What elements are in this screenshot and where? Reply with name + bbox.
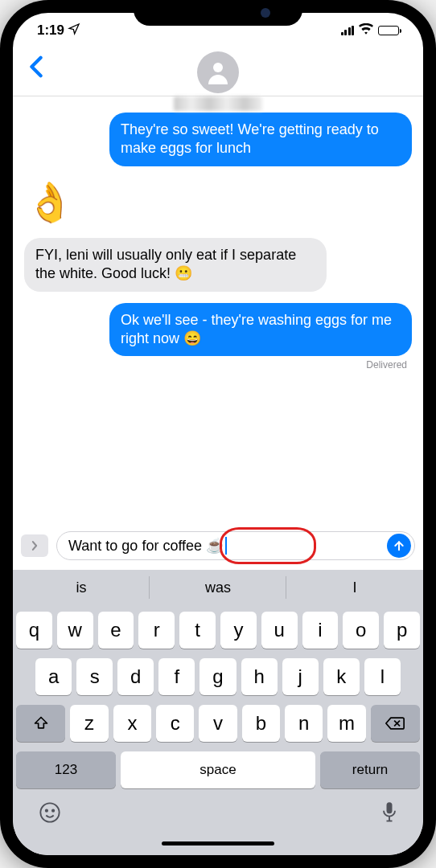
- backspace-key[interactable]: [371, 705, 420, 742]
- key-k[interactable]: k: [323, 658, 360, 695]
- notch: [134, 0, 302, 26]
- keyboard-row-4: 123 space return: [16, 751, 420, 788]
- svg-rect-7: [387, 802, 393, 813]
- dictation-button[interactable]: [381, 801, 397, 827]
- key-y[interactable]: y: [220, 612, 257, 649]
- avatar: [197, 51, 239, 93]
- emoji-keyboard-button[interactable]: [39, 801, 61, 827]
- screen: 1:19: [13, 13, 423, 855]
- key-e[interactable]: e: [98, 612, 134, 649]
- cell-signal-icon: [341, 26, 355, 35]
- keyboard-row-2: a s d f g h j k l: [16, 658, 420, 695]
- message-input[interactable]: Want to go for coffee ☕️: [56, 531, 415, 560]
- predictive-suggestion[interactable]: I: [286, 570, 423, 605]
- keyboard-bottom-row: [16, 798, 420, 827]
- status-time: 1:19: [37, 23, 64, 39]
- keyboard-row-3: z x c v b n m: [16, 705, 420, 742]
- chat-header: [13, 48, 423, 96]
- key-a[interactable]: a: [35, 658, 72, 695]
- shift-key[interactable]: [16, 705, 65, 742]
- key-c[interactable]: c: [156, 705, 194, 742]
- key-x[interactable]: x: [113, 705, 151, 742]
- message-received[interactable]: FYI, leni will usually only eat if I sep…: [24, 238, 327, 292]
- home-indicator[interactable]: [162, 841, 274, 845]
- key-r[interactable]: r: [138, 612, 175, 649]
- message-input-row: Want to go for coffee ☕️: [13, 525, 423, 570]
- key-f[interactable]: f: [158, 658, 195, 695]
- message-list[interactable]: They're so sweet! We're getting ready to…: [13, 96, 423, 525]
- keyboard-row-1: q w e r t y u i o p: [16, 612, 420, 649]
- svg-point-4: [40, 803, 59, 821]
- text-cursor: [225, 537, 227, 555]
- contact-info[interactable]: [174, 51, 262, 111]
- message-received-emoji[interactable]: 👌: [24, 178, 76, 227]
- key-g[interactable]: g: [199, 658, 236, 695]
- key-z[interactable]: z: [70, 705, 108, 742]
- key-t[interactable]: t: [179, 612, 216, 649]
- back-button[interactable]: [23, 51, 50, 88]
- key-d[interactable]: d: [117, 658, 154, 695]
- wifi-icon: [359, 23, 373, 39]
- space-key[interactable]: space: [121, 751, 315, 788]
- key-l[interactable]: l: [364, 658, 401, 695]
- predictive-suggestion[interactable]: is: [13, 570, 150, 605]
- key-p[interactable]: p: [384, 612, 420, 649]
- key-b[interactable]: b: [242, 705, 280, 742]
- key-v[interactable]: v: [199, 705, 237, 742]
- key-m[interactable]: m: [327, 705, 365, 742]
- svg-point-6: [52, 810, 54, 812]
- predictive-suggestion[interactable]: was: [150, 570, 286, 605]
- delivered-label: Delivered: [366, 359, 412, 371]
- tutorial-highlight-circle: [220, 527, 316, 564]
- battery-icon: [378, 26, 399, 35]
- contact-name-redacted: [174, 96, 262, 111]
- key-s[interactable]: s: [76, 658, 113, 695]
- key-j[interactable]: j: [282, 658, 319, 695]
- key-i[interactable]: i: [302, 612, 339, 649]
- iphone-frame: 1:19: [0, 0, 436, 868]
- apps-button[interactable]: [21, 534, 48, 557]
- predictive-bar: is was I: [13, 570, 423, 605]
- return-key[interactable]: return: [320, 751, 420, 788]
- key-n[interactable]: n: [285, 705, 323, 742]
- key-w[interactable]: w: [57, 612, 93, 649]
- key-o[interactable]: o: [343, 612, 379, 649]
- send-button[interactable]: [387, 534, 411, 558]
- svg-point-5: [46, 810, 47, 812]
- key-h[interactable]: h: [241, 658, 278, 695]
- key-q[interactable]: q: [16, 612, 52, 649]
- draft-text: Want to go for coffee ☕️: [68, 537, 224, 555]
- message-sent[interactable]: Ok we'll see - they're washing eggs for …: [109, 303, 412, 357]
- message-sent[interactable]: They're so sweet! We're getting ready to…: [109, 113, 412, 166]
- key-u[interactable]: u: [261, 612, 298, 649]
- numeric-key[interactable]: 123: [16, 751, 116, 788]
- location-arrow-icon: [68, 23, 80, 39]
- keyboard: q w e r t y u i o p a s d f g h j k l: [13, 605, 423, 855]
- svg-point-0: [213, 63, 223, 72]
